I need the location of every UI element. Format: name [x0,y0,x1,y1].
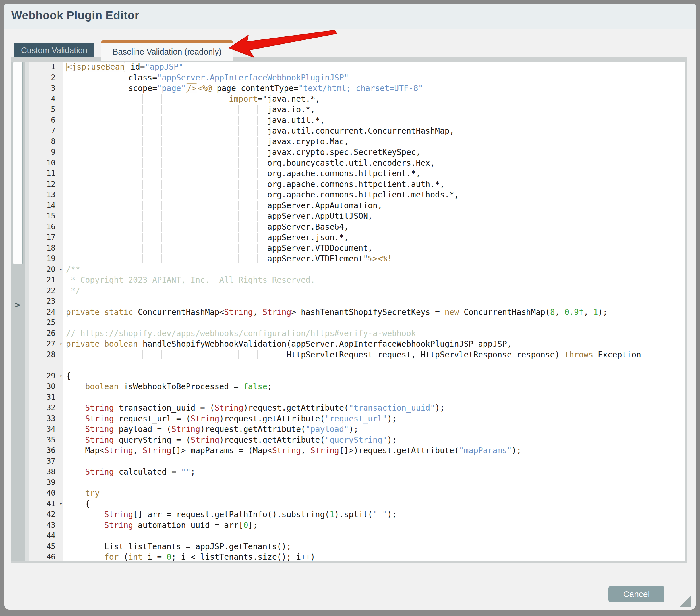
fold-arrow-icon[interactable]: ▾ [60,499,62,510]
line-number: 41▾ [29,499,63,510]
code-text [63,392,685,403]
code-editor: > 1<jsp:useBean id="appJSP"2 class="appS… [11,57,687,563]
code-line: 39 [29,477,685,488]
code-text: appServer.VTDDocument, [63,243,685,254]
line-number: 40 [29,488,63,499]
code-line: 13 org.apache.commons.httpclient.methods… [29,190,685,200]
code-text [63,530,685,541]
line-number: 28 [29,349,63,360]
code-line: 14 appServer.AppAutomation, [29,200,685,211]
fold-arrow-icon[interactable]: ▾ [60,339,62,349]
splitter-bar[interactable] [25,62,29,561]
line-number: 36 [29,445,63,456]
cancel-button[interactable]: Cancel [609,586,664,602]
tab-custom-validation[interactable]: Custom Validation [14,43,95,57]
code-line: 24private static ConcurrentHashMap<Strin… [29,307,685,318]
code-line: 45 List listTenants = appJSP.getTenants(… [29,541,685,552]
line-number: 23 [29,296,63,307]
code-line: 44 [29,530,685,541]
line-number: 44 [29,530,63,541]
line-number: 15 [29,211,63,222]
code-text: String queryString = (String)request.get… [63,435,685,446]
code-text: private boolean handleShopifyWebhookVali… [63,339,685,349]
line-number: 6 [29,115,63,126]
code-line: 4 import="java.net.*, [29,94,685,105]
line-number [29,360,63,371]
code-line: 43 String automation_uuid = arr[0]; [29,520,685,531]
code-text [63,360,685,371]
code-text: java.util.concurrent.ConcurrentHashMap, [63,126,685,137]
code-text: * Copyright 2023 APIANT, Inc. All Rights… [63,275,685,285]
line-number: 38 [29,466,63,477]
line-number: 3 [29,83,63,94]
code-line: 16 appServer.Base64, [29,222,685,232]
line-number: 20▾ [29,264,63,275]
line-number: 11 [29,168,63,179]
code-text: HttpServletRequest request, HttpServletR… [63,349,685,360]
code-text: org.apache.commons.httpclient.auth.*, [63,179,685,190]
tab-baseline-validation-label: Baseline Validation (readonly) [113,47,222,56]
line-number: 34 [29,424,63,435]
code-text [63,317,685,328]
code-text: appServer.AppAutomation, [63,200,685,211]
code-text: { [63,371,685,382]
webhook-plugin-editor-dialog: Webhook Plugin Editor Custom Validation … [4,4,696,610]
code-line: 38 String calculated = ""; [29,466,685,477]
line-number: 27▾ [29,339,63,349]
code-area[interactable]: 1<jsp:useBean id="appJSP"2 class="appSer… [29,62,685,561]
code-line: 9 javax.crypto.spec.SecretKeySpec, [29,147,685,158]
line-number: 5 [29,104,63,115]
code-text: Map<String, String[]> mapParams = (Map<S… [63,445,685,456]
code-line [29,360,685,371]
line-number: 7 [29,126,63,137]
code-text: appServer.VTDElement"%><%! [63,254,685,264]
code-text: class="appServer.AppInterfaceWebhookPlug… [63,73,685,83]
code-text: appServer.Base64, [63,222,685,232]
code-text: org.apache.commons.httpclient.*, [63,168,685,179]
code-line: 12 org.apache.commons.httpclient.auth.*, [29,179,685,190]
code-line: 11 org.apache.commons.httpclient.*, [29,168,685,179]
code-text: org.bouncycastle.util.encoders.Hex, [63,158,685,168]
line-number: 9 [29,147,63,158]
dialog-title: Webhook Plugin Editor [11,9,139,22]
code-line: 6 java.util.*, [29,115,685,126]
code-line: 37 [29,456,685,467]
code-line: 1<jsp:useBean id="appJSP" [29,62,685,73]
line-number: 32 [29,402,63,413]
fold-arrow-icon[interactable]: ▾ [60,371,62,382]
code-text: // https://shopify.dev/apps/webhooks/con… [63,328,685,339]
code-text [63,296,685,307]
splitter-chevron-icon[interactable]: > [14,300,21,310]
line-number: 8 [29,137,63,147]
code-text: boolean isWebhookToBeProcessed = false; [63,381,685,392]
code-text: appServer.AppUtilJSON, [63,211,685,222]
code-line: 10 org.bouncycastle.util.encoders.Hex, [29,158,685,168]
code-line: 21 * Copyright 2023 APIANT, Inc. All Rig… [29,275,685,285]
code-text: { [63,499,685,510]
editor-scrollbar-thumb[interactable] [13,62,23,264]
code-line: 40 try [29,488,685,499]
resize-handle[interactable] [680,595,691,607]
line-number: 30 [29,381,63,392]
line-number: 19 [29,254,63,264]
code-text: */ [63,285,685,296]
line-number: 4 [29,94,63,105]
code-line: 7 java.util.concurrent.ConcurrentHashMap… [29,126,685,137]
code-line: 20▾/** [29,264,685,275]
code-line: 33 String request_url = (String)request.… [29,413,685,424]
code-line: 36 Map<String, String[]> mapParams = (Ma… [29,445,685,456]
code-text: String calculated = ""; [63,466,685,477]
code-line: 25 [29,317,685,328]
line-number: 10 [29,158,63,168]
line-number: 13 [29,190,63,200]
code-line: 46 for (int i = 0; i < listTenants.size(… [29,552,685,561]
editor-scrollbar-track[interactable]: > [11,62,25,561]
fold-arrow-icon[interactable]: ▾ [60,264,62,275]
line-number: 17 [29,232,63,243]
line-number: 35 [29,435,63,446]
code-line: 28 HttpServletRequest request, HttpServl… [29,349,685,360]
code-line: 2 class="appServer.AppInterfaceWebhookPl… [29,73,685,83]
code-line: 30 boolean isWebhookToBeProcessed = fals… [29,381,685,392]
tab-custom-validation-label: Custom Validation [21,46,87,55]
tab-baseline-validation-readonly[interactable]: Baseline Validation (readonly) [101,40,233,61]
